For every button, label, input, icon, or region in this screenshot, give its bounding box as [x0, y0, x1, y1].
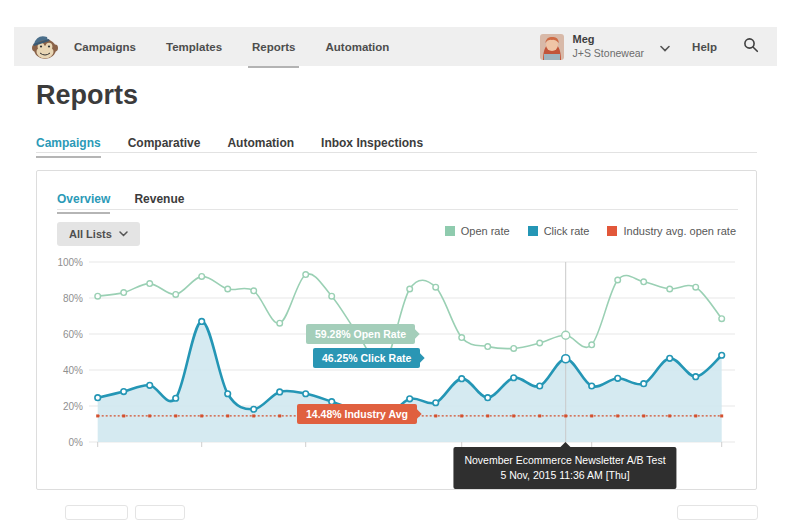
svg-text:20%: 20%: [63, 401, 83, 412]
click-rate-tooltip: 46.25% Click Rate: [313, 348, 420, 368]
svg-text:0%: 0%: [69, 437, 84, 448]
card-tabs: Overview Revenue: [57, 192, 208, 216]
click-rate-swatch-icon: [528, 226, 538, 236]
user-account: J+S Stonewear: [573, 47, 645, 60]
nav-item-automation[interactable]: Automation: [325, 27, 389, 66]
campaign-tooltip: November Ecommerce Newsletter A/B Test 5…: [453, 447, 676, 489]
top-navigation: Campaigns Templates Reports Automation M…: [14, 27, 777, 66]
campaign-tooltip-title: November Ecommerce Newsletter A/B Test: [464, 453, 665, 468]
search-icon[interactable]: [743, 37, 759, 57]
tab-campaigns[interactable]: Campaigns: [36, 136, 101, 160]
tab-revenue[interactable]: Revenue: [134, 192, 184, 216]
legend-label: Open rate: [461, 225, 510, 237]
legend-item-industry-avg[interactable]: Industry avg. open rate: [607, 225, 736, 237]
chevron-down-icon[interactable]: [660, 38, 670, 56]
chart-legend: Open rate Click rate Industry avg. open …: [445, 225, 736, 237]
tabs-divider: [36, 152, 757, 153]
report-tabs: Campaigns Comparative Automation Inbox I…: [36, 136, 450, 160]
svg-text:40%: 40%: [63, 365, 83, 376]
tab-inbox-inspections[interactable]: Inbox Inspections: [321, 136, 423, 160]
tab-overview[interactable]: Overview: [57, 192, 110, 216]
mailchimp-logo-icon[interactable]: [30, 32, 60, 62]
card-tabs-divider: [57, 209, 738, 210]
industry-avg-swatch-icon: [607, 226, 617, 236]
svg-text:80%: 80%: [63, 293, 83, 304]
user-name: Meg: [573, 33, 645, 47]
page-title: Reports: [36, 80, 138, 111]
nav-item-reports[interactable]: Reports: [252, 27, 295, 66]
mailchimp-reports-page: Campaigns Templates Reports Automation M…: [0, 0, 792, 520]
user-meta[interactable]: Meg J+S Stonewear: [573, 33, 645, 60]
open-rate-tooltip: 59.28% Open Rate: [306, 324, 415, 344]
nav-right-group: Meg J+S Stonewear Help: [540, 33, 777, 60]
tab-comparative[interactable]: Comparative: [128, 136, 201, 160]
legend-item-open-rate[interactable]: Open rate: [445, 225, 510, 237]
below-fold-card[interactable]: [135, 505, 185, 520]
campaign-tooltip-date: 5 Nov, 2015 11:36 AM [Thu]: [464, 468, 665, 483]
chevron-down-icon: [119, 231, 128, 237]
user-avatar[interactable]: [540, 34, 564, 60]
help-link[interactable]: Help: [692, 41, 717, 53]
below-fold-card[interactable]: [677, 505, 758, 520]
overview-card: Overview Revenue All Lists Open rate Cli…: [36, 170, 757, 490]
tab-automation[interactable]: Automation: [227, 136, 294, 160]
industry-avg-tooltip: 14.48% Industry Avg: [297, 404, 417, 424]
all-lists-label: All Lists: [69, 228, 112, 240]
legend-label: Click rate: [544, 225, 590, 237]
svg-text:60%: 60%: [63, 329, 83, 340]
nav-item-campaigns[interactable]: Campaigns: [74, 27, 136, 66]
legend-item-click-rate[interactable]: Click rate: [528, 225, 590, 237]
below-fold-card[interactable]: [65, 505, 128, 520]
nav-item-templates[interactable]: Templates: [166, 27, 222, 66]
open-rate-swatch-icon: [445, 226, 455, 236]
all-lists-dropdown[interactable]: All Lists: [57, 222, 140, 246]
svg-text:100%: 100%: [57, 257, 83, 268]
legend-label: Industry avg. open rate: [623, 225, 736, 237]
